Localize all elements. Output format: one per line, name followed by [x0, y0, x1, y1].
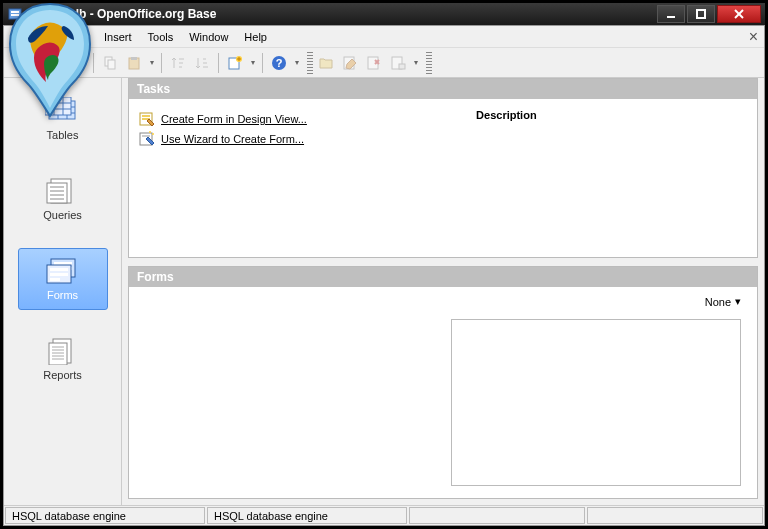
delete-button — [363, 52, 385, 74]
paste-dropdown[interactable] — [147, 52, 156, 74]
window-inner: Insert Tools Window Help × ? — [3, 25, 765, 526]
menu-help[interactable]: Help — [236, 29, 275, 45]
status-engine-left: HSQL database engine — [5, 507, 205, 524]
status-empty-1 — [409, 507, 585, 524]
toolbar-end-dropdown[interactable] — [411, 52, 420, 74]
svg-rect-50 — [142, 115, 150, 117]
app-window: base4.odb - OpenOffice.org Base Insert T… — [0, 0, 768, 529]
toolbar-grip[interactable] — [307, 52, 313, 74]
app-icon — [7, 6, 23, 22]
svg-rect-39 — [50, 268, 68, 271]
tasks-list: Create Form in Design View... Use Wizard… — [139, 109, 464, 247]
toolbar-grip-2[interactable] — [426, 52, 432, 74]
svg-rect-40 — [50, 273, 68, 276]
sidebar-label-forms: Forms — [47, 289, 78, 301]
tasks-panel: Tasks Create Form in Design View... Use … — [128, 78, 758, 258]
svg-point-54 — [152, 133, 154, 135]
svg-text:?: ? — [276, 57, 283, 69]
svg-rect-1 — [11, 11, 19, 13]
preview-mode-value: None — [705, 296, 731, 308]
reports-icon — [45, 337, 81, 365]
new-form-button[interactable] — [224, 52, 246, 74]
statusbar: HSQL database engine HSQL database engin… — [4, 505, 764, 525]
svg-rect-4 — [697, 10, 705, 18]
sidebar-item-tables[interactable]: Tables — [18, 88, 108, 150]
edit-button — [339, 52, 361, 74]
svg-rect-24 — [45, 97, 71, 115]
main-area: Tables Queries Forms Reports Tasks — [4, 78, 764, 505]
paste-button — [123, 52, 145, 74]
sidebar-item-forms[interactable]: Forms — [18, 248, 108, 310]
tables-icon — [45, 97, 81, 125]
task-label: Use Wizard to Create Form... — [161, 133, 304, 145]
window-controls — [657, 5, 761, 23]
maximize-button[interactable] — [687, 5, 715, 23]
preview-box — [451, 319, 741, 486]
forms-panel: Forms None ▾ — [128, 266, 758, 499]
task-create-design-view[interactable]: Create Form in Design View... — [139, 109, 464, 129]
form-wizard-icon — [139, 131, 155, 147]
toolbar: ? — [4, 48, 764, 78]
status-empty-2 — [587, 507, 763, 524]
svg-rect-8 — [108, 60, 115, 69]
rename-button — [387, 52, 409, 74]
copy-button — [99, 52, 121, 74]
sidebar-label-reports: Reports — [43, 369, 82, 381]
menu-tools[interactable]: Tools — [140, 29, 182, 45]
forms-icon — [45, 257, 81, 285]
minimize-button[interactable] — [657, 5, 685, 23]
help-button[interactable]: ? — [268, 52, 290, 74]
preview-mode-dropdown[interactable]: None ▾ — [705, 295, 741, 308]
svg-rect-43 — [49, 343, 67, 365]
new-form-dropdown[interactable] — [248, 52, 257, 74]
chevron-down-icon: ▾ — [735, 295, 741, 308]
close-button[interactable] — [717, 5, 761, 23]
svg-rect-10 — [131, 57, 137, 60]
sidebar-item-queries[interactable]: Queries — [18, 168, 108, 230]
sort-asc-button — [167, 52, 189, 74]
task-use-wizard[interactable]: Use Wizard to Create Form... — [139, 129, 464, 149]
menu-window[interactable]: Window — [181, 29, 236, 45]
tasks-header: Tasks — [129, 79, 757, 99]
content-area: Tasks Create Form in Design View... Use … — [122, 78, 764, 505]
sidebar: Tables Queries Forms Reports — [4, 78, 122, 505]
svg-rect-53 — [142, 135, 150, 137]
svg-rect-41 — [50, 278, 60, 281]
task-label: Create Form in Design View... — [161, 113, 307, 125]
menu-insert[interactable]: Insert — [96, 29, 140, 45]
forms-header: Forms — [129, 267, 757, 287]
titlebar[interactable]: base4.odb - OpenOffice.org Base — [3, 3, 765, 25]
description-pane: Description — [476, 109, 747, 247]
forms-body: None ▾ — [129, 287, 757, 498]
description-title: Description — [476, 109, 747, 121]
queries-icon — [45, 177, 81, 205]
svg-rect-2 — [11, 14, 19, 16]
window-title: base4.odb - OpenOffice.org Base — [27, 7, 657, 21]
help-dropdown[interactable] — [292, 52, 301, 74]
svg-point-55 — [149, 131, 151, 133]
doc-close-icon[interactable]: × — [749, 28, 758, 46]
form-design-icon — [139, 111, 155, 127]
sidebar-item-reports[interactable]: Reports — [18, 328, 108, 390]
sidebar-label-queries: Queries — [43, 209, 82, 221]
sort-desc-button — [191, 52, 213, 74]
svg-rect-30 — [47, 183, 67, 203]
open-button — [315, 52, 337, 74]
menubar: Insert Tools Window Help × — [4, 26, 764, 48]
status-engine-right: HSQL database engine — [207, 507, 407, 524]
sidebar-label-tables: Tables — [47, 129, 79, 141]
svg-rect-18 — [399, 64, 405, 69]
